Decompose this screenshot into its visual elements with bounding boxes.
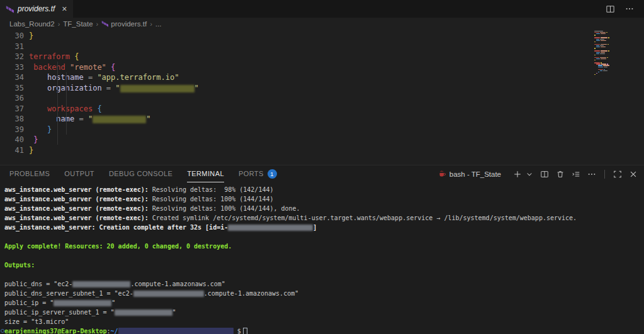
terminal-line: aws_instance.web_server (remote-exec): C… <box>4 213 644 223</box>
code-line <box>29 42 644 52</box>
launch-profile-chevron-icon[interactable] <box>526 170 533 178</box>
minimap-line <box>594 69 616 70</box>
redacted-value <box>72 281 130 287</box>
text-segment: Resolving deltas: 98% (142/144) <box>149 186 274 193</box>
minimap-line <box>594 68 616 69</box>
text-segment: public_dns = "ec2- <box>4 281 72 287</box>
panel-tabs: PROBLEMSOUTPUTDEBUG CONSOLETERMINALPORTS… <box>9 165 291 182</box>
code-line: workspaces { <box>29 104 644 114</box>
minimap-line <box>594 67 616 67</box>
kill-terminal-icon[interactable] <box>556 170 565 179</box>
terminal-instance-selector[interactable]: bash - TF_State <box>438 170 501 178</box>
text-segment: { <box>97 104 101 113</box>
minimap-line <box>594 50 616 51</box>
editor-actions <box>606 0 644 18</box>
text-segment: { <box>111 63 115 72</box>
line-number: 40 <box>0 135 24 145</box>
ports-badge: 1 <box>268 169 277 179</box>
breadcrumb-item[interactable]: TF_State <box>63 20 93 28</box>
minimap-line <box>594 62 616 63</box>
minimap-line <box>594 42 616 42</box>
code-line: terraform { <box>29 52 644 62</box>
line-number: 35 <box>0 83 24 94</box>
terminal-actions: bash - TF_State <box>438 170 638 179</box>
tab-close-icon[interactable]: × <box>62 4 67 13</box>
panel-tab-problems[interactable]: PROBLEMS <box>9 166 50 182</box>
minimap-line <box>594 36 616 36</box>
terminal-line <box>4 232 644 242</box>
breadcrumb-label: Labs_Round2 <box>9 20 55 28</box>
minimap-line <box>594 58 616 59</box>
text-segment: "remote" <box>70 63 111 72</box>
panel-tab-label: PORTS <box>239 170 264 177</box>
minimap-line <box>594 57 616 58</box>
terminal-tabs-icon[interactable] <box>572 170 580 179</box>
tab-providers-tf[interactable]: providers.tf × <box>0 0 73 18</box>
text-segment: public_ip_server_subnet_1 = " <box>4 309 115 316</box>
more-actions-icon[interactable] <box>625 4 634 13</box>
text-segment: workspaces <box>47 104 97 113</box>
text-segment: aws_instance.web_server (remote-exec): <box>4 186 149 193</box>
panel-tab-debug-console[interactable]: DEBUG CONSOLE <box>109 166 172 182</box>
text-segment: " <box>172 309 176 316</box>
panel-tab-output[interactable]: OUTPUT <box>64 166 94 182</box>
minimap-line <box>594 52 616 53</box>
terminal-output[interactable]: aws_instance.web_server (remote-exec): R… <box>0 182 644 334</box>
code-line: name = "" <box>29 114 644 125</box>
panel-tab-label: PROBLEMS <box>9 170 50 177</box>
text-segment: } <box>47 125 52 134</box>
panel-tab-terminal[interactable]: TERMINAL <box>187 166 224 182</box>
code-line: hostname = "app.terraform.io" <box>29 72 644 83</box>
text-segment: Resolving deltas: 100% (144/144), done. <box>149 205 300 212</box>
terminal-title: bash - TF_State <box>449 170 501 178</box>
text-segment: = <box>106 84 115 92</box>
minimap-line <box>594 53 616 54</box>
maximize-panel-icon[interactable] <box>613 170 622 179</box>
breadcrumb-item[interactable]: providers.tf <box>101 20 147 28</box>
code-line: backend "remote" { <box>29 62 644 73</box>
text-segment: size = "t3.micro" <box>4 318 69 325</box>
code-line: } <box>29 145 644 156</box>
minimap-line <box>594 39 616 40</box>
text-segment: ~/ <box>111 328 118 334</box>
text-segment <box>29 125 47 134</box>
text-segment: { <box>74 52 79 61</box>
command-decoration-icon[interactable] <box>1 329 4 333</box>
panel-tab-label: DEBUG CONSOLE <box>109 170 172 177</box>
breadcrumb-item[interactable]: Labs_Round2 <box>9 20 55 28</box>
text-segment: aws_instance.web_server (remote-exec): <box>4 196 149 203</box>
bottom-panel: PROBLEMSOUTPUTDEBUG CONSOLETERMINALPORTS… <box>0 165 644 334</box>
code-line: organization = "" <box>29 83 644 94</box>
code-content[interactable]: }terraform { backend "remote" { hostname… <box>24 30 644 165</box>
text-segment: } <box>29 146 33 155</box>
split-terminal-icon[interactable] <box>540 170 549 179</box>
line-number: 37 <box>0 104 24 114</box>
text-segment <box>29 84 47 92</box>
code-line <box>29 93 644 104</box>
close-panel-icon[interactable] <box>629 170 638 179</box>
panel-tab-ports[interactable]: PORTS1 <box>239 166 277 182</box>
minimap[interactable] <box>594 30 616 75</box>
code-line: } <box>29 31 644 42</box>
minimap-line <box>594 61 616 62</box>
text-segment: " <box>88 114 93 123</box>
tab-label: providers.tf <box>18 4 55 13</box>
line-number: 38 <box>0 114 24 125</box>
panel-tab-label: TERMINAL <box>187 170 224 177</box>
divider <box>604 170 605 179</box>
line-number: 34 <box>0 72 24 83</box>
breadcrumb-item[interactable]: ... <box>155 20 162 28</box>
text-segment: = <box>79 114 88 123</box>
text-segment: " <box>195 84 199 92</box>
line-numbers: 303132333435363738394041 <box>0 30 24 165</box>
text-segment <box>29 104 47 113</box>
text-segment: .compute-1.amazonaws.com" <box>204 290 299 297</box>
minimap-line <box>594 49 616 50</box>
text-segment: Created symlink /etc/systemd/system/mult… <box>149 214 577 221</box>
code-editor[interactable]: 303132333435363738394041 }terraform { ba… <box>0 30 644 165</box>
terminal-line: Outputs: <box>4 260 644 270</box>
new-terminal-icon[interactable] <box>513 170 522 179</box>
split-editor-icon[interactable] <box>606 4 615 14</box>
minimap-line <box>594 64 616 64</box>
panel-more-actions-icon[interactable] <box>587 170 596 179</box>
